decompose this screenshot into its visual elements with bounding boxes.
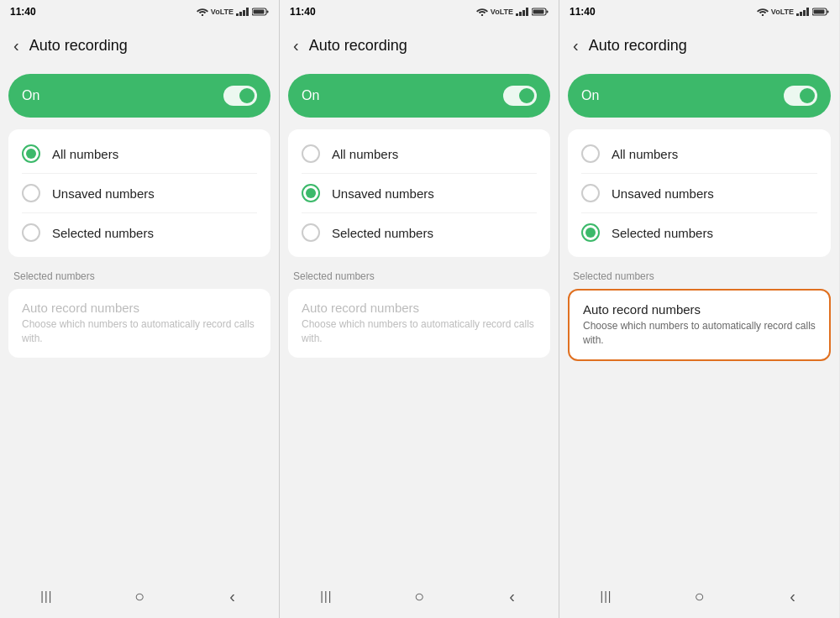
header: ‹ Auto recording	[0, 24, 279, 67]
auto-record-description: Choose which numbers to automatically re…	[583, 319, 816, 348]
svg-rect-19	[803, 10, 806, 16]
svg-rect-3	[243, 10, 245, 16]
radio-option-unsaved[interactable]: Unsaved numbers	[288, 174, 550, 212]
phone-panel-panel-3: 11:40 VoLTE ‹ Auto recording On All numb…	[559, 0, 839, 618]
radio-circle-selected	[302, 223, 320, 242]
wifi-icon	[197, 8, 208, 16]
radio-circle-all	[302, 144, 320, 163]
svg-rect-1	[236, 13, 239, 16]
signal-icon	[796, 8, 810, 16]
toggle-switch[interactable]	[503, 86, 537, 106]
radio-circle-unsaved	[302, 184, 320, 202]
auto-record-description: Choose which numbers to automatically re…	[302, 317, 537, 346]
radio-circle-unsaved	[581, 184, 600, 202]
radio-circle-all	[581, 144, 600, 163]
nav-back-button[interactable]: ‹	[216, 579, 249, 613]
auto-recording-toggle-row[interactable]: On	[8, 74, 270, 118]
status-time: 11:40	[10, 6, 36, 18]
svg-rect-2	[239, 12, 242, 16]
phone-panel-panel-1: 11:40 VoLTE ‹ Auto recording On All numb…	[0, 0, 280, 618]
radio-options-card: All numbers Unsaved numbers Selected num…	[568, 129, 831, 257]
back-button[interactable]: ‹	[573, 36, 579, 55]
section-label: Selected numbers	[0, 262, 279, 285]
header-title: Auto recording	[29, 37, 128, 55]
battery-icon	[812, 8, 829, 16]
radio-text-unsaved: Unsaved numbers	[332, 186, 434, 201]
nav-home-button[interactable]: ○	[683, 579, 717, 613]
bottom-nav: ||| ○ ‹	[559, 574, 839, 618]
status-icons: VoLTE	[476, 8, 549, 16]
radio-options-card: All numbers Unsaved numbers Selected num…	[288, 129, 550, 257]
radio-circle-selected	[581, 223, 600, 242]
signal-icon	[516, 8, 529, 16]
back-button[interactable]: ‹	[13, 36, 19, 55]
status-icons: VoLTE	[757, 8, 829, 16]
bottom-nav: ||| ○ ‹	[0, 574, 279, 618]
auto-record-card[interactable]: Auto record numbers Choose which numbers…	[288, 289, 550, 358]
radio-text-unsaved: Unsaved numbers	[612, 186, 714, 201]
radio-option-selected[interactable]: Selected numbers	[568, 213, 831, 252]
nav-menu-button[interactable]: |||	[29, 579, 63, 613]
status-icons: VoLTE	[197, 8, 269, 16]
auto-record-description: Choose which numbers to automatically re…	[22, 317, 257, 346]
svg-point-0	[202, 14, 203, 16]
auto-record-title: Auto record numbers	[22, 301, 257, 315]
section-label: Selected numbers	[559, 262, 839, 285]
auto-recording-toggle-row[interactable]: On	[288, 74, 550, 118]
radio-text-all: All numbers	[332, 147, 398, 161]
radio-options-card: All numbers Unsaved numbers Selected num…	[8, 129, 270, 257]
svg-rect-12	[526, 8, 528, 16]
header-title: Auto recording	[309, 37, 407, 55]
volte-label: VoLTE	[491, 8, 513, 16]
radio-option-all[interactable]: All numbers	[568, 134, 831, 173]
radio-option-selected[interactable]: Selected numbers	[288, 213, 550, 252]
radio-option-unsaved[interactable]: Unsaved numbers	[8, 174, 270, 212]
phone-panel-panel-2: 11:40 VoLTE ‹ Auto recording On All numb…	[280, 0, 559, 618]
toggle-label: On	[302, 88, 319, 103]
svg-point-8	[481, 14, 483, 16]
wifi-icon	[476, 8, 488, 16]
svg-rect-7	[254, 10, 265, 14]
radio-option-selected[interactable]: Selected numbers	[8, 213, 270, 252]
auto-record-title: Auto record numbers	[583, 302, 816, 317]
nav-back-button[interactable]: ‹	[496, 579, 529, 613]
svg-rect-11	[522, 10, 525, 16]
radio-circle-unsaved	[22, 184, 40, 202]
nav-menu-button[interactable]: |||	[309, 579, 343, 613]
svg-rect-15	[533, 10, 544, 14]
wifi-icon	[757, 8, 769, 16]
radio-option-unsaved[interactable]: Unsaved numbers	[568, 174, 831, 212]
svg-rect-14	[547, 11, 549, 13]
signal-icon	[236, 8, 249, 16]
back-button[interactable]: ‹	[293, 36, 299, 55]
radio-text-selected: Selected numbers	[332, 226, 433, 240]
svg-point-16	[762, 14, 764, 16]
svg-rect-10	[519, 12, 522, 16]
radio-circle-all	[22, 144, 40, 163]
nav-menu-button[interactable]: |||	[590, 579, 623, 613]
nav-back-button[interactable]: ‹	[776, 579, 810, 613]
svg-rect-20	[806, 8, 809, 16]
toggle-switch[interactable]	[223, 86, 257, 106]
nav-home-button[interactable]: ○	[123, 579, 156, 613]
svg-rect-6	[267, 11, 269, 13]
auto-record-card[interactable]: Auto record numbers Choose which numbers…	[568, 289, 831, 361]
nav-home-button[interactable]: ○	[402, 579, 436, 613]
status-bar: 11:40 VoLTE	[0, 0, 279, 24]
bottom-nav: ||| ○ ‹	[280, 574, 559, 618]
radio-text-all: All numbers	[612, 147, 678, 161]
radio-option-all[interactable]: All numbers	[8, 134, 270, 173]
battery-icon	[252, 8, 269, 16]
svg-rect-22	[827, 11, 829, 13]
auto-record-title: Auto record numbers	[302, 301, 537, 315]
radio-option-all[interactable]: All numbers	[288, 134, 550, 173]
radio-text-all: All numbers	[52, 147, 118, 161]
svg-rect-23	[814, 10, 825, 14]
auto-recording-toggle-row[interactable]: On	[568, 74, 831, 118]
svg-rect-18	[800, 12, 802, 16]
header: ‹ Auto recording	[280, 24, 559, 67]
svg-rect-4	[246, 8, 249, 16]
radio-circle-selected	[22, 223, 40, 242]
auto-record-card[interactable]: Auto record numbers Choose which numbers…	[8, 289, 270, 358]
toggle-switch[interactable]	[784, 86, 817, 106]
